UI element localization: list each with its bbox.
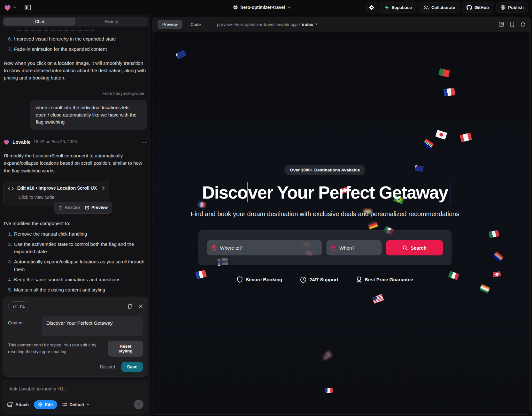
typography-icon: тT bbox=[12, 304, 17, 309]
award-icon bbox=[356, 276, 362, 283]
hero-features: Secure Booking24/7 SupportBest Price Gua… bbox=[237, 276, 413, 283]
supabase-icon bbox=[384, 5, 389, 10]
chat-scroll-area[interactable]: Improved visual hierarchy in the expande… bbox=[3, 26, 148, 295]
chevron-down-icon bbox=[87, 404, 89, 405]
flag-india bbox=[479, 284, 490, 293]
flag-canada bbox=[460, 132, 472, 142]
project-chevron-down-icon bbox=[288, 6, 291, 9]
flag-mexico bbox=[489, 230, 499, 238]
message-overflow-menu-icon[interactable]: ··· bbox=[140, 140, 147, 144]
list-item: Improved visual hierarchy in the expande… bbox=[13, 35, 147, 42]
save-button[interactable]: Save bbox=[121, 362, 143, 372]
flag-usa bbox=[372, 294, 384, 304]
flag-japan bbox=[435, 130, 447, 140]
close-editor-button[interactable] bbox=[139, 304, 143, 308]
url-chevron-down-icon bbox=[315, 23, 318, 25]
assistant-message-header: Lovable 18:42 on Feb 20, 2025 ··· bbox=[3, 138, 147, 146]
styling-hint-text: This element can't be styled. You can ed… bbox=[8, 342, 104, 355]
location-pin-icon bbox=[212, 245, 217, 251]
lovable-avatar-icon bbox=[3, 139, 10, 145]
from-user-label: From harrymckayroper bbox=[6, 90, 144, 97]
destinations-badge: Over 1000+ Destinations Available bbox=[284, 165, 365, 175]
where-to-input[interactable]: Where to? bbox=[207, 240, 322, 255]
project-name: hero-optimizer-travel bbox=[241, 5, 285, 10]
settings-button[interactable] bbox=[366, 3, 377, 12]
lovable-logo-icon[interactable] bbox=[4, 4, 11, 11]
flag-france bbox=[443, 88, 455, 96]
clipped-text-row bbox=[17, 30, 97, 31]
tab-history[interactable]: History bbox=[75, 18, 147, 26]
restore-icon bbox=[58, 206, 63, 210]
flag-france bbox=[195, 270, 207, 279]
refresh-icon bbox=[520, 22, 525, 27]
assistant-paragraph: Now when you click on a location image, … bbox=[4, 59, 146, 82]
edit-version-card[interactable]: Edit #18 • Improve Location Scroll UX Cl… bbox=[3, 181, 109, 206]
delete-element-button[interactable] bbox=[127, 304, 132, 309]
edit-mode-button[interactable]: Edit bbox=[34, 400, 57, 409]
composer-input[interactable]: Ask Lovable to modify H1... bbox=[9, 386, 142, 391]
code-icon bbox=[8, 186, 14, 190]
tab-preview[interactable]: Preview bbox=[158, 20, 182, 29]
element-tag-name: h1 bbox=[20, 304, 25, 309]
list-item: Automatically expand/collapse locations … bbox=[13, 258, 147, 273]
element-tag-pill[interactable]: тT h1 bbox=[8, 301, 29, 311]
trash-icon bbox=[127, 304, 132, 309]
model-default-button[interactable]: Default bbox=[62, 402, 90, 407]
assistant-paragraph: I've modified the component to: bbox=[4, 220, 146, 227]
flag-newzealand bbox=[415, 165, 424, 172]
preview-toolbar: Preview Code preview--hero-optimizer-tra… bbox=[152, 17, 530, 32]
preview-url[interactable]: preview--hero-optimizer-travel.lovable.a… bbox=[217, 22, 318, 27]
collaborate-button[interactable]: Collaborate bbox=[419, 3, 459, 12]
preview-panel: Preview Code preview--hero-optimizer-tra… bbox=[152, 17, 531, 415]
flag-france bbox=[325, 388, 333, 393]
flag-germany bbox=[368, 221, 378, 229]
flag-mexico bbox=[448, 271, 459, 280]
send-message-button[interactable]: ↑ bbox=[134, 400, 143, 409]
chevron-right-icon bbox=[102, 186, 104, 190]
close-icon bbox=[139, 304, 143, 308]
discard-button[interactable]: Discard bbox=[100, 364, 115, 369]
flag-australia bbox=[175, 49, 187, 60]
github-button[interactable]: GitHub bbox=[462, 3, 493, 12]
content-textarea[interactable]: Discover Your Perfect Getaway bbox=[42, 316, 143, 336]
content-field-label: Content bbox=[8, 316, 36, 336]
mobile-icon bbox=[510, 22, 514, 27]
clock-icon bbox=[300, 276, 306, 283]
topbar-actions: SupabaseCollaborateGitHubPublish bbox=[366, 3, 528, 12]
sidebar-toggle-button[interactable] bbox=[23, 2, 33, 12]
project-switcher[interactable]: hero-optimizer-travel bbox=[233, 0, 291, 15]
feature-best-price-guarantee: Best Price Guarantee bbox=[356, 276, 413, 283]
top-bar: hero-optimizer-travel SupabaseCollaborat… bbox=[0, 0, 532, 15]
preview-viewport: Over 1000+ Destinations Available Discov… bbox=[152, 32, 530, 414]
attach-button[interactable]: Attach bbox=[7, 402, 29, 407]
flag-southafrica bbox=[422, 139, 434, 149]
supabase-button[interactable]: Supabase bbox=[380, 3, 416, 12]
hero-search-bar: Where to? When? Search bbox=[198, 230, 452, 265]
element-editor-panel: тT h1 Content Discover Your Perfect Geta… bbox=[3, 297, 148, 377]
publish-button[interactable]: Publish bbox=[496, 3, 528, 12]
refresh-button[interactable] bbox=[520, 22, 525, 27]
tab-code[interactable]: Code bbox=[186, 20, 205, 29]
message-timestamp: 18:42 on Feb 20, 2025 bbox=[34, 139, 77, 145]
assistant-paragraph: I'll modify the LocationScroll component… bbox=[4, 152, 146, 174]
github-icon bbox=[466, 5, 472, 10]
logo-chevron-down-icon[interactable] bbox=[13, 6, 16, 8]
globe-icon bbox=[500, 5, 505, 10]
search-button[interactable]: Search bbox=[386, 240, 443, 255]
hero-subtitle: Find and book your dream destination wit… bbox=[191, 210, 459, 218]
reset-styling-button[interactable]: Reset styling bbox=[108, 341, 143, 357]
mobile-view-button[interactable] bbox=[510, 22, 514, 27]
selected-element-outline[interactable]: Discover Your Perfect Getaway bbox=[199, 181, 451, 204]
assistant-list-a: Improved visual hierarchy in the expande… bbox=[3, 35, 147, 53]
list-item: Fade-in animation for the expanded conte… bbox=[13, 45, 147, 53]
open-in-new-tab-button[interactable] bbox=[499, 22, 504, 27]
tab-chat[interactable]: Chat bbox=[4, 18, 75, 26]
preview-version-button[interactable]: Preview bbox=[85, 204, 108, 211]
chat-history-tabs: Chat History bbox=[3, 17, 148, 26]
list-item: Remove the manual click handling bbox=[13, 230, 147, 238]
restore-button[interactable]: Restore bbox=[58, 204, 80, 211]
project-globe-icon bbox=[233, 5, 238, 10]
chat-composer: Ask Lovable to modify H1... Attach Edit … bbox=[3, 380, 148, 413]
target-icon bbox=[38, 402, 42, 407]
when-input[interactable]: When? bbox=[326, 240, 382, 255]
